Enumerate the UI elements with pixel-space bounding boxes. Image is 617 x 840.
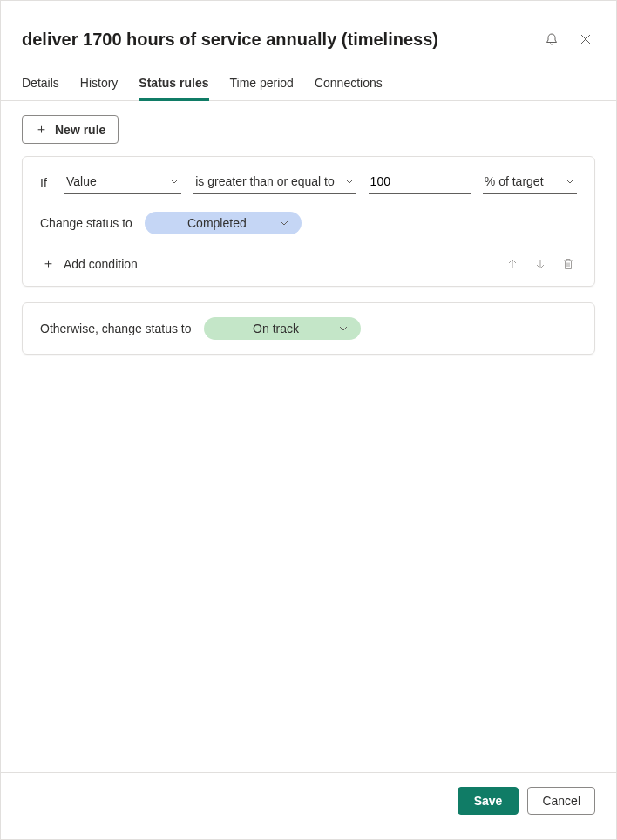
if-label: If <box>40 176 52 190</box>
value-input-wrap <box>369 171 471 194</box>
notification-button[interactable] <box>541 29 562 50</box>
page-title: deliver 1700 hours of service annually (… <box>22 30 541 50</box>
panel: deliver 1700 hours of service annually (… <box>0 0 617 840</box>
close-icon <box>580 33 592 45</box>
tab-connections[interactable]: Connections <box>315 67 383 100</box>
move-down-button[interactable] <box>532 255 549 273</box>
chevron-down-icon <box>344 176 355 186</box>
otherwise-row: Otherwise, change status to On track <box>40 317 577 340</box>
close-button[interactable] <box>576 30 595 49</box>
status-value: Completed <box>164 216 270 230</box>
save-button[interactable]: Save <box>458 787 519 815</box>
chevron-down-icon <box>279 218 289 228</box>
new-rule-label: New rule <box>55 123 105 137</box>
otherwise-status-select[interactable]: On track <box>204 317 361 340</box>
trash-icon <box>561 257 575 271</box>
operator-select[interactable]: is greater than or equal to <box>193 171 356 194</box>
tab-status-rules[interactable]: Status rules <box>139 67 208 100</box>
status-select[interactable]: Completed <box>145 212 302 234</box>
chevron-down-icon <box>565 176 575 186</box>
header-actions <box>541 29 595 50</box>
new-rule-button[interactable]: ＋ New rule <box>22 115 119 144</box>
tab-time-period[interactable]: Time period <box>230 67 294 100</box>
bell-icon <box>545 32 559 46</box>
content: ＋ New rule If Value is greater than or e… <box>1 101 616 772</box>
cancel-button[interactable]: Cancel <box>527 787 595 815</box>
plus-icon: ＋ <box>35 121 48 138</box>
header-row: deliver 1700 hours of service annually (… <box>22 29 595 50</box>
otherwise-card: Otherwise, change status to On track <box>22 302 595 355</box>
arrow-down-icon <box>533 257 547 271</box>
field-value: Value <box>66 174 97 188</box>
tab-history[interactable]: History <box>80 67 119 100</box>
move-up-button[interactable] <box>504 255 521 273</box>
delete-button[interactable] <box>559 255 577 273</box>
rule-actions <box>504 255 577 273</box>
unit-value: % of target <box>485 174 544 188</box>
footer: Save Cancel <box>1 772 616 839</box>
otherwise-status-value: On track <box>223 322 329 335</box>
operator-value: is greater than or equal to <box>195 174 335 188</box>
otherwise-label: Otherwise, change status to <box>40 322 192 335</box>
chevron-down-icon <box>169 176 180 186</box>
value-input[interactable] <box>369 171 471 194</box>
unit-select[interactable]: % of target <box>483 171 577 194</box>
chevron-down-icon <box>338 323 349 334</box>
tab-details[interactable]: Details <box>22 67 59 100</box>
field-select[interactable]: Value <box>64 171 181 194</box>
add-condition-label: Add condition <box>64 257 138 271</box>
rule-footer: ＋ Add condition <box>40 252 577 275</box>
change-status-label: Change status to <box>40 216 132 230</box>
add-condition-button[interactable]: ＋ Add condition <box>40 252 139 275</box>
arrow-up-icon <box>505 257 519 271</box>
plus-icon: ＋ <box>42 255 55 272</box>
rule-card: If Value is greater than or equal to <box>22 156 595 287</box>
tabs: Details History Status rules Time period… <box>1 67 616 101</box>
change-status-row: Change status to Completed <box>40 212 577 234</box>
condition-row: If Value is greater than or equal to <box>40 171 577 194</box>
header: deliver 1700 hours of service annually (… <box>1 1 616 101</box>
